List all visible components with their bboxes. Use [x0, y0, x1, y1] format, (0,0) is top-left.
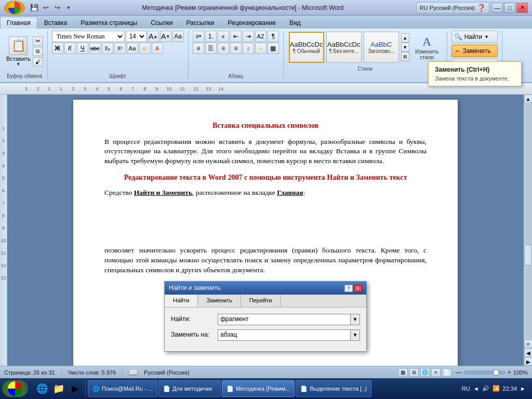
- scroll-track[interactable]: [525, 103, 532, 339]
- tab-review[interactable]: Рецензирование: [221, 17, 283, 29]
- align-left-button[interactable]: ≡: [193, 43, 204, 54]
- media-button[interactable]: ▶: [68, 381, 83, 396]
- save-button[interactable]: 💾: [29, 3, 39, 13]
- para2-bold: Найти и Заменить: [134, 189, 192, 196]
- full-screen-button[interactable]: ⊞: [409, 368, 419, 377]
- tooltip-replace: Заменить (Ctrl+H) Замена текста в докуме…: [428, 61, 522, 86]
- dialog-close-button[interactable]: ✕: [354, 285, 362, 292]
- office-button[interactable]: [4, 1, 25, 15]
- replace-input[interactable]: абзац: [218, 329, 351, 341]
- shading-button[interactable]: ▪: [255, 43, 267, 54]
- show-hide-button[interactable]: ¶: [268, 31, 279, 42]
- document-scroll-area[interactable]: Вставка специальных символов В процессе …: [7, 95, 524, 366]
- decrease-indent-button[interactable]: ⇤: [230, 31, 242, 42]
- superscript-button[interactable]: X²: [114, 43, 126, 54]
- find-input[interactable]: фрагмент: [218, 314, 351, 325]
- close-button[interactable]: ✕: [516, 3, 528, 13]
- bullets-button[interactable]: ≡•: [193, 31, 204, 42]
- styles-area: AaBbCcDc ¶ Обычный AaBbCcDc ¶ Без инте..…: [288, 31, 443, 64]
- minimize-button[interactable]: —: [491, 3, 503, 13]
- find-input-dropdown[interactable]: ▼: [351, 314, 360, 325]
- underline-button[interactable]: Ч: [77, 43, 88, 54]
- draft-button[interactable]: 📄: [442, 368, 451, 377]
- print-layout-button[interactable]: ▦: [398, 368, 408, 377]
- select-browse-button[interactable]: ⊙: [524, 340, 533, 348]
- find-button[interactable]: 🔍 Найти ▼: [451, 31, 498, 43]
- styles-more-button[interactable]: ⊞: [401, 52, 409, 61]
- zoom-thumb[interactable]: [493, 369, 499, 376]
- language-button[interactable]: RU Русский (Россия) ❓: [416, 2, 489, 14]
- copy-button[interactable]: ⧉: [33, 47, 43, 56]
- outline-button[interactable]: ≡: [431, 368, 441, 377]
- align-right-button[interactable]: ≡: [218, 43, 229, 54]
- subscript-button[interactable]: X₂: [102, 43, 113, 54]
- bold-button[interactable]: Ж: [52, 43, 63, 54]
- align-center-button[interactable]: ☰: [205, 43, 217, 54]
- strikethrough-button[interactable]: abc: [89, 43, 101, 54]
- decrease-font-button[interactable]: A▼: [160, 31, 171, 42]
- tab-mailings[interactable]: Рассылки: [179, 17, 221, 29]
- ie-button[interactable]: 🌐: [34, 381, 50, 396]
- tab-view[interactable]: Вид: [283, 17, 308, 29]
- taskbar-btn-doc2[interactable]: 📄 Методичка [Режим...: [222, 380, 295, 397]
- next-page-button[interactable]: ▶: [524, 357, 533, 366]
- web-layout-button[interactable]: 🌐: [420, 368, 430, 377]
- clear-format-button[interactable]: Aa: [172, 31, 184, 42]
- style-no-spacing-button[interactable]: AaBbCcDc ¶ Без инте...: [326, 32, 362, 63]
- replace-input-dropdown[interactable]: ▼: [351, 329, 360, 341]
- find-dropdown-arrow[interactable]: ▼: [484, 34, 489, 39]
- replace-button[interactable]: ↔ Заменить: [451, 45, 498, 57]
- cut-button[interactable]: ✂: [33, 36, 43, 46]
- zoom-level[interactable]: 100%: [513, 369, 528, 376]
- increase-indent-button[interactable]: ⇥: [243, 31, 254, 42]
- tab-page-layout[interactable]: Разметка страницы: [74, 17, 144, 29]
- style-normal-button[interactable]: AaBbCcDc ¶ Обычный: [289, 32, 324, 63]
- dialog-help-button[interactable]: ?: [344, 285, 353, 292]
- styles-down-button[interactable]: ▼: [401, 43, 409, 52]
- redo-button[interactable]: ↪: [52, 3, 62, 13]
- para2-colon: :: [303, 189, 305, 196]
- tab-references[interactable]: Ссылки: [144, 17, 179, 29]
- change-styles-button[interactable]: A Изменить стили: [411, 35, 443, 60]
- paste-button[interactable]: 📋 Вставить ▼: [6, 36, 31, 66]
- dialog-tab-goto[interactable]: Перейти: [241, 295, 281, 307]
- taskbar-btn-doc3[interactable]: 📄 Выделение текста [..): [296, 380, 371, 397]
- borders-button[interactable]: ▦: [268, 43, 279, 54]
- scroll-up-button[interactable]: ▲: [524, 95, 533, 103]
- scroll-thumb[interactable]: [525, 245, 532, 265]
- font-name-select[interactable]: Times New Roman: [52, 31, 125, 42]
- taskbar-btn-mail[interactable]: 🌐 Поиск@Mail.Ru - ...: [88, 380, 157, 397]
- zoom-in-button[interactable]: +: [508, 369, 511, 376]
- increase-font-button[interactable]: A▲: [148, 31, 159, 42]
- taskbar-btn-doc1[interactable]: 📄 Для методички: [158, 380, 221, 397]
- style-heading-button[interactable]: AaBbC Заголово...: [364, 32, 399, 63]
- dialog-tab-replace[interactable]: Заменить: [198, 295, 241, 307]
- justify-button[interactable]: ≡: [230, 43, 242, 54]
- italic-button[interactable]: К: [64, 43, 76, 54]
- tab-insert[interactable]: Вставка: [37, 17, 74, 29]
- zoom-out-button[interactable]: —: [456, 369, 462, 376]
- start-button[interactable]: [2, 380, 28, 397]
- explorer-button[interactable]: 📁: [51, 381, 66, 396]
- prev-page-button[interactable]: ◀: [524, 349, 533, 357]
- font-size-select[interactable]: 14: [126, 31, 147, 42]
- dialog-tab-find[interactable]: Найти: [165, 295, 198, 307]
- zoom-track[interactable]: [464, 370, 506, 375]
- sort-button[interactable]: AZ: [255, 31, 267, 42]
- undo-button[interactable]: ↩: [41, 3, 51, 13]
- tab-home[interactable]: Главная: [0, 17, 37, 29]
- font-color-button[interactable]: A: [152, 43, 163, 54]
- multilevel-button[interactable]: ≡: [218, 31, 229, 42]
- styles-up-button[interactable]: ▲: [401, 33, 409, 43]
- line-spacing-button[interactable]: ↕: [243, 43, 254, 54]
- highlight-button[interactable]: ab: [139, 43, 151, 54]
- change-case-button[interactable]: Аа: [127, 43, 138, 54]
- paste-dropdown-arrow[interactable]: ▼: [16, 62, 20, 66]
- format-painter-button[interactable]: 🖌: [33, 57, 43, 66]
- arrow-right-icon[interactable]: ►: [520, 385, 526, 392]
- arrow-left-icon[interactable]: ◄: [473, 385, 479, 392]
- customize-button[interactable]: ▼: [63, 3, 74, 13]
- numbering-button[interactable]: 1.: [205, 31, 217, 42]
- maximize-button[interactable]: □: [504, 3, 515, 13]
- find-replace-dialog[interactable]: Найти и заменить ? ✕ Найти Заменить Пере…: [164, 281, 367, 351]
